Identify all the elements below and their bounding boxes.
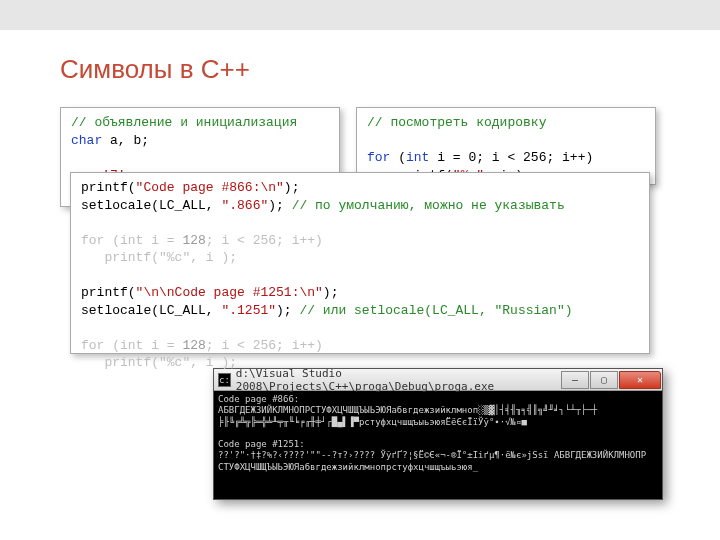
l2c: // по умолчанию, можно не указывать [292,198,565,213]
comment: // объявление и инициализация [71,115,297,130]
l6b: ); [276,303,299,318]
window-buttons: — ▢ ✕ [561,371,662,389]
l1a: printf( [81,180,136,195]
faded-for2-num: 128 [182,338,205,353]
l2a: setlocale(LC_ALL, [81,198,221,213]
c-line1: Code page #866: [218,394,299,404]
faded-printf1: printf("%c", i ); [81,250,237,265]
kw-char: char [71,133,102,148]
l5b: ); [323,285,339,300]
minimize-button[interactable]: — [561,371,589,389]
faded-printf2: printf("%c", i ); [81,355,237,370]
comment: // посмотреть кодировку [367,115,546,130]
console-title-text: d:\Visual Studio 2008\Projects\C++\proga… [236,367,561,393]
faded-for1-num: 128 [182,233,205,248]
c-line2: АБВГДЕЖЗИЙКЛМНОПРСТУФХЦЧШЩЪЫЬЭЮЯабвгдежз… [218,405,597,415]
faded-for1b: ; i < 256; i++) [206,233,323,248]
for-rest: i = 0; i < 256; i++) [429,150,593,165]
l2s: ".866" [221,198,268,213]
console-window: c: d:\Visual Studio 2008\Projects\C++\pr… [213,368,663,500]
c-line5: ??'?"·†‡?%?‹????'""--?т?›???? ЎўґҐ?¦§Ё©Є… [218,450,646,460]
maximize-button[interactable]: ▢ [590,371,618,389]
slide-header-bar [0,0,720,30]
console-titlebar: c: d:\Visual Studio 2008\Projects\C++\pr… [214,369,662,391]
slide-title: Символы в C++ [0,30,720,103]
l6s: ".1251" [221,303,276,318]
faded-for2a: for (int i = [81,338,182,353]
kw-int: int [406,150,429,165]
faded-for1a: for (int i = [81,233,182,248]
kw-for: for [367,150,390,165]
l5a: printf( [81,285,136,300]
decl-rest: a, b; [102,133,149,148]
console-app-icon: c: [218,373,231,387]
l6c: // или setlocale(LC_ALL, "Russian") [299,303,572,318]
l5s: "\n\nCode page #1251:\n" [136,285,323,300]
for-open: ( [390,150,406,165]
l1s: "Code page #866:\n" [136,180,284,195]
c-line3: ╞╟╚╔╩╦╠═╬╧╨╤╥╙╘╒╓╫╪┘┌█▄▌▐▀рстуфхцчшщъыьэ… [218,417,527,427]
l6a: setlocale(LC_ALL, [81,303,221,318]
console-output: Code page #866: АБВГДЕЖЗИЙКЛМНОПРСТУФХЦЧ… [214,391,662,499]
l1b: ); [284,180,300,195]
c-line6: СТУФХЦЧШЩЪЫЬЭЮЯабвгдежзийклмнопрстуфхцчш… [218,462,478,472]
close-button[interactable]: ✕ [619,371,661,389]
code-box-setlocale: printf("Code page #866:\n"); setlocale(L… [70,172,650,354]
l2b: ); [268,198,291,213]
c-line4: Code page #1251: [218,439,305,449]
faded-for2b: ; i < 256; i++) [206,338,323,353]
